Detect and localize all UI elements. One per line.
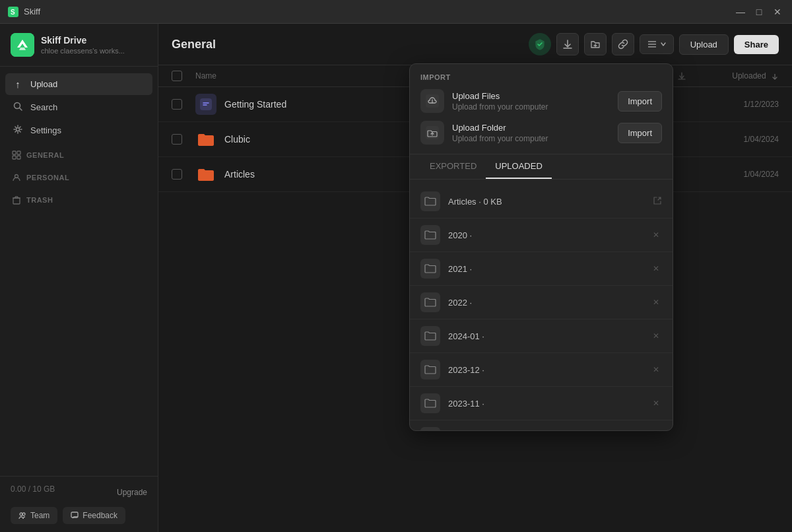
list-item[interactable]: 2022 · ✕ bbox=[410, 286, 673, 319]
section-trash[interactable]: TRASH bbox=[5, 191, 152, 209]
header-checkbox[interactable] bbox=[172, 71, 187, 81]
folder-name: 2021 · bbox=[448, 264, 642, 274]
upload-folder-item: Upload Folder Upload from your computer … bbox=[420, 121, 662, 145]
upload-files-subtitle: Upload from your computer bbox=[452, 102, 610, 112]
footer-actions: Team Feedback bbox=[11, 507, 147, 524]
sort-icon bbox=[771, 73, 779, 81]
sidebar-item-search-label: Search bbox=[30, 102, 57, 112]
svg-rect-2 bbox=[11, 33, 34, 57]
link-icon bbox=[618, 39, 628, 50]
svg-rect-7 bbox=[17, 151, 20, 154]
folder-icon bbox=[420, 393, 440, 413]
shield-button[interactable] bbox=[529, 33, 551, 55]
download-button[interactable] bbox=[556, 33, 579, 55]
sidebar-item-upload[interactable]: ↑ Upload bbox=[5, 73, 152, 95]
folder-name: 2024-01 · bbox=[448, 331, 642, 341]
upgrade-button[interactable]: Upgrade bbox=[117, 488, 147, 497]
workspace-label: chloe claessens's works... bbox=[41, 47, 125, 55]
folder-icon bbox=[420, 292, 440, 312]
import-label: IMPORT bbox=[420, 73, 662, 81]
list-item[interactable]: 2023-11 · ✕ bbox=[410, 387, 673, 420]
maximize-button[interactable]: □ bbox=[752, 5, 766, 18]
upload-dropdown: IMPORT Upload Files Upload from your com… bbox=[409, 63, 673, 431]
tab-uploaded[interactable]: UPLOADED bbox=[486, 154, 552, 179]
sidebar-footer: 0.00 / 10 GB Upgrade Team bbox=[0, 476, 158, 532]
section-personal[interactable]: PERSONAL bbox=[5, 169, 152, 186]
close-icon[interactable]: ✕ bbox=[650, 296, 662, 308]
list-item[interactable]: 2020 · ✕ bbox=[410, 218, 673, 252]
general-icon bbox=[12, 150, 21, 160]
upload-folder-icon bbox=[420, 121, 444, 145]
sidebar-item-upload-label: Upload bbox=[30, 79, 57, 89]
folder-name: 2023-11 · bbox=[448, 399, 642, 409]
upload-folder-subtitle: Upload from your computer bbox=[452, 134, 610, 143]
svg-point-5 bbox=[16, 128, 20, 131]
folder-list: Articles · 0 KB bbox=[410, 180, 673, 430]
close-icon[interactable]: ✕ bbox=[650, 330, 662, 342]
svg-rect-6 bbox=[13, 151, 16, 154]
list-item[interactable]: 2024-01 · ✕ bbox=[410, 319, 673, 353]
upload-files-title: Upload Files bbox=[452, 91, 610, 101]
minimize-button[interactable]: — bbox=[734, 5, 747, 18]
close-icon[interactable]: ✕ bbox=[650, 397, 662, 409]
folder-icon bbox=[420, 259, 440, 279]
external-link-icon[interactable] bbox=[653, 196, 662, 207]
folder-name: 2022 · bbox=[448, 298, 642, 308]
search-icon bbox=[12, 102, 24, 113]
share-button[interactable]: Share bbox=[734, 35, 779, 54]
upload-button[interactable]: Upload bbox=[679, 34, 729, 55]
folder-add-icon bbox=[590, 39, 601, 50]
page-title: General bbox=[172, 38, 521, 51]
svg-text:S: S bbox=[11, 9, 15, 16]
close-icon[interactable]: ✕ bbox=[650, 364, 662, 376]
file-date: 1/04/2024 bbox=[700, 170, 779, 179]
close-icon[interactable]: ✕ bbox=[650, 263, 662, 275]
close-icon[interactable]: ✕ bbox=[650, 229, 662, 241]
section-personal-label: PERSONAL bbox=[26, 174, 69, 182]
sidebar-item-search[interactable]: Search bbox=[5, 96, 152, 118]
svg-rect-35 bbox=[200, 98, 212, 110]
main-content: General bbox=[158, 24, 792, 532]
list-item[interactable]: 2021 · ✕ bbox=[410, 252, 673, 286]
row-checkbox[interactable] bbox=[172, 134, 187, 145]
list-item[interactable]: 2023-12 · ✕ bbox=[410, 353, 673, 387]
file-icon-doc bbox=[195, 94, 216, 115]
upload-folder-import-button[interactable]: Import bbox=[618, 123, 662, 143]
close-button[interactable]: ✕ bbox=[771, 5, 784, 18]
section-general-label: GENERAL bbox=[26, 151, 64, 159]
svg-rect-9 bbox=[17, 156, 20, 159]
upload-icon: ↑ bbox=[12, 79, 24, 90]
row-checkbox[interactable] bbox=[172, 169, 187, 180]
team-icon bbox=[18, 512, 26, 519]
section-general[interactable]: GENERAL bbox=[5, 147, 152, 164]
link-button[interactable] bbox=[612, 33, 634, 55]
download-icon bbox=[562, 39, 573, 50]
add-folder-button[interactable] bbox=[584, 33, 607, 55]
logo-icon bbox=[11, 33, 34, 57]
sidebar-nav: ↑ Upload Search bbox=[0, 67, 158, 476]
tab-exported[interactable]: EXPORTED bbox=[420, 154, 486, 179]
title-bar-text: Skiff bbox=[24, 7, 734, 17]
header-actions: Upload Share bbox=[529, 33, 779, 55]
row-checkbox[interactable] bbox=[172, 99, 187, 110]
upload-files-import-button[interactable]: Import bbox=[618, 91, 662, 112]
file-icon-folder bbox=[195, 129, 216, 150]
file-icon-folder bbox=[195, 164, 216, 185]
sidebar-item-settings[interactable]: Settings bbox=[5, 119, 152, 141]
window-controls: — □ ✕ bbox=[734, 5, 784, 18]
feedback-button[interactable]: Feedback bbox=[63, 507, 125, 524]
settings-icon bbox=[12, 125, 24, 136]
title-bar: S Skiff — □ ✕ bbox=[0, 0, 792, 24]
app-icon: S bbox=[8, 7, 18, 17]
sidebar-item-settings-label: Settings bbox=[30, 125, 61, 135]
list-view-icon bbox=[647, 39, 657, 50]
team-button[interactable]: Team bbox=[11, 507, 57, 524]
list-item[interactable]: Articles · 0 KB bbox=[410, 185, 673, 218]
view-dropdown-button[interactable] bbox=[640, 34, 674, 54]
folder-icon bbox=[420, 191, 440, 211]
team-label: Team bbox=[30, 511, 50, 520]
table-download-icon[interactable] bbox=[677, 71, 686, 81]
upload-files-item: Upload Files Upload from your computer I… bbox=[420, 89, 662, 113]
list-item[interactable]: 2023-10 · ✕ bbox=[410, 420, 673, 430]
storage-info: 0.00 / 10 GB bbox=[11, 484, 55, 494]
